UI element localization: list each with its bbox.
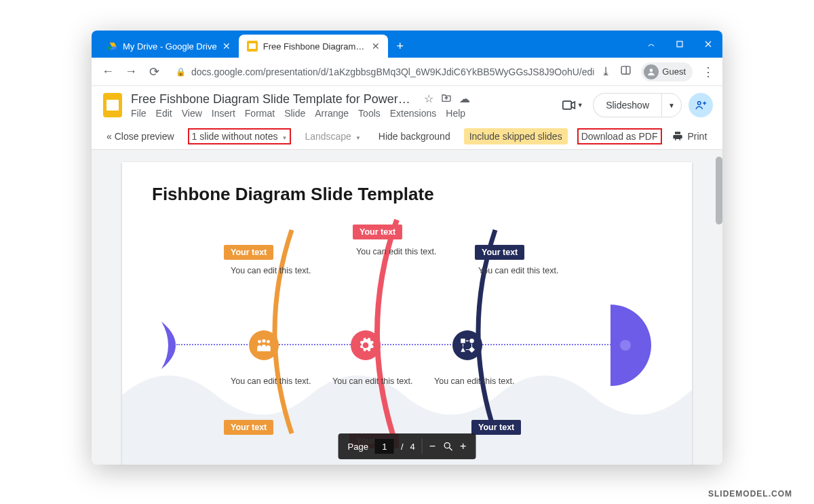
profile-label: Guest <box>662 66 686 77</box>
slideshow-split: Slideshow ▼ <box>593 93 682 117</box>
svg-point-11 <box>262 339 265 343</box>
bone-label: Your text <box>224 245 273 260</box>
bone-text: You can edit this text. <box>231 376 312 387</box>
svg-point-14 <box>469 338 474 343</box>
svg-marker-15 <box>461 347 465 352</box>
page-overlay-toolbar: Page / 4 − + <box>338 433 476 459</box>
svg-rect-16 <box>469 347 475 353</box>
bone-label: Your text <box>471 420 521 435</box>
page-label: Page <box>348 442 368 452</box>
download-pdf-button[interactable]: Download as PDF <box>577 128 662 144</box>
header-right: ▼ Slideshow ▼ <box>559 93 713 117</box>
menu-edit[interactable]: Edit <box>156 108 172 119</box>
move-icon[interactable] <box>440 92 452 106</box>
svg-marker-1 <box>110 43 117 47</box>
close-button[interactable] <box>694 31 722 58</box>
close-icon[interactable]: ✕ <box>372 41 380 52</box>
zoom-out-button[interactable]: − <box>429 440 435 452</box>
print-icon <box>672 131 684 142</box>
lock-icon: 🔒 <box>176 67 186 77</box>
node-gear-icon <box>351 330 381 360</box>
menu-arrange[interactable]: Arrange <box>315 108 349 119</box>
print-button[interactable]: Print <box>672 131 708 142</box>
node-process-icon <box>452 330 482 360</box>
tab-drive[interactable]: My Drive - Google Drive ✕ <box>98 35 239 58</box>
zoom-in-button[interactable]: + <box>460 440 466 452</box>
svg-point-9 <box>620 340 631 351</box>
menu-view[interactable]: View <box>182 108 202 119</box>
fish-head <box>610 305 665 386</box>
include-skipped-button[interactable]: Include skipped slides <box>464 128 568 144</box>
avatar-icon <box>644 64 659 79</box>
menu-insert[interactable]: Insert <box>212 108 235 119</box>
browser-window: My Drive - Google Drive ✕ Free Fishbone … <box>92 31 722 465</box>
tab-title: Free Fishbone Diagram Slide Tem <box>263 41 366 52</box>
bone-text: You can edit this text. <box>231 265 312 277</box>
browser-titlebar: My Drive - Google Drive ✕ Free Fishbone … <box>92 31 722 58</box>
app-icon[interactable] <box>101 90 124 120</box>
zoom-reset-button[interactable] <box>442 441 453 452</box>
page-current-input[interactable] <box>375 439 394 454</box>
slideshow-dropdown[interactable]: ▼ <box>661 93 682 117</box>
print-toolbar: « Close preview 1 slide without notes La… <box>92 123 722 150</box>
menu-format[interactable]: Format <box>245 108 275 119</box>
slideshow-button[interactable]: Slideshow <box>593 93 661 117</box>
bone-label: Your text <box>475 245 524 260</box>
svg-line-18 <box>449 448 452 450</box>
fish-tail <box>156 322 197 369</box>
slide-heading: Fishbone Diagram Slide Template <box>152 184 662 205</box>
new-tab-button[interactable]: + <box>391 35 410 58</box>
menubar: File Edit View Insert Format Slide Arran… <box>131 108 552 119</box>
drive-icon <box>106 41 117 52</box>
menu-help[interactable]: Help <box>446 108 465 119</box>
svg-point-8 <box>698 102 701 105</box>
maximize-button[interactable] <box>665 31 694 58</box>
panel-icon[interactable] <box>620 64 632 79</box>
bone-text: You can edit this text. <box>478 265 560 277</box>
url-field[interactable]: 🔒 docs.google.com/presentation/d/1aKzgbb… <box>169 62 594 82</box>
reload-button[interactable]: ⟳ <box>146 64 162 79</box>
profile-chip[interactable]: Guest <box>641 62 693 81</box>
tab-title: My Drive - Google Drive <box>123 41 217 52</box>
watermark: SLIDEMODEL.COM <box>708 489 792 499</box>
forward-button[interactable]: → <box>123 64 139 79</box>
close-icon[interactable]: ✕ <box>222 41 231 52</box>
close-preview-button[interactable]: « Close preview <box>102 129 178 144</box>
download-icon[interactable]: ⤓ <box>601 64 610 79</box>
bone-text: You can edit this text. <box>356 246 438 258</box>
page-separator: / <box>401 442 404 452</box>
scrollbar[interactable] <box>713 150 722 465</box>
slides-notes-dropdown[interactable]: 1 slide without notes <box>188 128 292 144</box>
svg-point-10 <box>258 340 261 343</box>
cloud-icon[interactable]: ☁ <box>459 92 470 106</box>
fishbone-diagram: Your text You can edit this text. You ca… <box>149 271 665 420</box>
hide-background-button[interactable]: Hide background <box>374 129 454 144</box>
share-button[interactable] <box>689 93 713 117</box>
orientation-dropdown[interactable]: Landscape <box>301 129 364 144</box>
slides-icon <box>247 41 258 52</box>
svg-rect-7 <box>563 101 572 109</box>
bone-text: You can edit this text. <box>332 376 414 387</box>
menu-tools[interactable]: Tools <box>358 108 381 119</box>
url-text: docs.google.com/presentation/d/1aKzgbbsg… <box>191 66 594 77</box>
window-controls <box>637 31 722 58</box>
svg-rect-3 <box>677 41 682 47</box>
doc-title-row: Free Fishbone Diagram Slide Template for… <box>131 92 552 106</box>
bone-text: You can edit this text. <box>434 376 516 387</box>
doc-title[interactable]: Free Fishbone Diagram Slide Template for… <box>131 92 416 106</box>
kebab-icon[interactable]: ⋮ <box>702 64 714 79</box>
node-people-icon <box>249 330 279 360</box>
back-button[interactable]: ← <box>100 64 116 79</box>
tab-slides[interactable]: Free Fishbone Diagram Slide Tem ✕ <box>239 35 388 58</box>
bone-label: Your text <box>353 225 402 239</box>
menu-file[interactable]: File <box>131 108 147 119</box>
star-icon[interactable]: ☆ <box>424 92 433 106</box>
svg-point-17 <box>444 443 450 448</box>
menu-extensions[interactable]: Extensions <box>390 108 436 119</box>
svg-point-6 <box>650 69 653 72</box>
meet-button[interactable]: ▼ <box>559 93 586 117</box>
divider <box>422 439 423 454</box>
svg-rect-13 <box>461 338 465 343</box>
menu-slide[interactable]: Slide <box>284 108 305 119</box>
minimize-button[interactable] <box>637 31 665 58</box>
